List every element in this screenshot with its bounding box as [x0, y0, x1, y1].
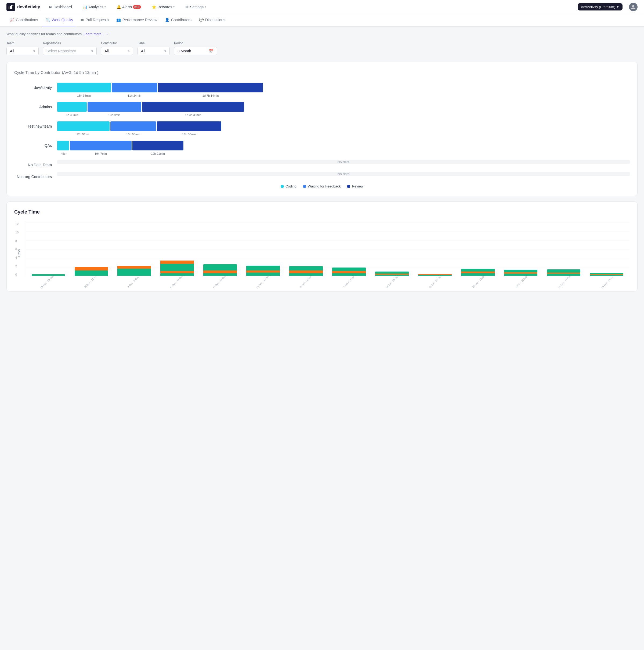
legend-review: Review	[347, 184, 363, 188]
contributor-name-nodatateam: No Data Team	[14, 160, 57, 167]
logo-icon	[6, 3, 15, 11]
org-selector[interactable]: devActivity (Premium) ▾	[578, 3, 622, 10]
nav-analytics[interactable]: 📊 Analytics ▾	[80, 4, 108, 10]
team-filter: Team All ⇅	[6, 41, 39, 55]
nav-settings[interactable]: ⚙ Settings ▾	[183, 4, 208, 10]
svg-point-3	[632, 5, 634, 7]
label-feedback-testnewteam: 10h 53min	[110, 133, 156, 136]
bar-review-admins	[142, 102, 244, 112]
bar-base-7	[289, 273, 323, 276]
nav-dashboard[interactable]: 🖥 Dashboard	[46, 4, 74, 10]
legend-coding-dot	[281, 185, 284, 188]
y-tick-12: 12	[15, 222, 19, 226]
bar-labels-devactivity: 15h 35min 11h 24min 1d 7h 14min	[57, 94, 630, 97]
star-icon: ⭐	[152, 5, 156, 9]
label-feedback-devactivity: 11h 24min	[112, 94, 157, 97]
contributor-value: All	[104, 49, 109, 53]
learn-more-link[interactable]: Learn more... →	[83, 32, 109, 36]
discussions-icon: 💬	[199, 18, 204, 22]
team-filter-label: Team	[6, 41, 39, 45]
cycle-time-contributor-title: Cycle Time by Contributor (AVG: 1d 5h 13…	[14, 70, 630, 75]
label-feedback-admins: 13h 9min	[87, 113, 141, 116]
logo[interactable]: devActivity	[6, 3, 40, 11]
contributor-select[interactable]: All ⇅	[101, 47, 133, 55]
tab-performance-review[interactable]: 👥 Performance Review	[113, 14, 160, 26]
tab-contributions[interactable]: 📈 Contributions	[6, 14, 41, 26]
settings-icon: ⚙	[185, 5, 189, 9]
tab-contributors[interactable]: 👤 Contributors	[162, 14, 195, 26]
bar-teal-1	[32, 274, 65, 276]
legend-waiting-label: Waiting for Feedback	[308, 184, 341, 188]
top-nav: devActivity 🖥 Dashboard 📊 Analytics ▾ 🔔 …	[0, 0, 644, 14]
legend-review-label: Review	[352, 184, 363, 188]
tab-work-quality[interactable]: 📉 Work Quality	[42, 14, 76, 26]
repositories-filter: Repositories Select Repository ⇅	[43, 41, 97, 55]
bar-coding-admins	[57, 102, 87, 112]
label-coding-testnewteam: 12h 51min	[57, 133, 110, 136]
bar-base-11	[461, 273, 495, 276]
org-name: devActivity (Premium)	[581, 5, 615, 9]
calendar-icon: 📅	[209, 49, 214, 53]
label-coding-devactivity: 15h 35min	[57, 94, 111, 97]
bar-chart-container: Days 12 10 8 6 4 2 0	[14, 222, 630, 284]
bar-labels-testnewteam: 12h 51min 10h 53min 16h 30min	[57, 133, 630, 136]
nav-rewards[interactable]: ⭐ Rewards ▾	[150, 4, 177, 10]
label-review-testnewteam: 16h 30min	[157, 133, 221, 136]
svg-rect-2	[11, 5, 12, 9]
contributor-name-admins: Admins	[14, 102, 57, 109]
bar-labels-qas: 45s 19h 7min 10h 21min	[57, 152, 630, 155]
nav-dashboard-label: Dashboard	[53, 5, 72, 9]
legend-coding: Coding	[281, 184, 296, 188]
bars-admins: 6h 38min 13h 9min 1d 3h 35min	[57, 102, 630, 116]
contributor-row-nonorg: Non-org Contributors No data	[14, 172, 630, 179]
chevron-down-icon-6: ⇅	[91, 50, 93, 52]
bars-nodatateam: No data	[57, 160, 630, 164]
stacked-10	[418, 274, 452, 276]
period-select[interactable]: 3 Month 📅	[174, 47, 217, 55]
nav-settings-label: Settings	[190, 5, 204, 9]
performance-review-icon: 👥	[116, 18, 121, 22]
sub-nav: 📈 Contributions 📉 Work Quality ⇄ Pull Re…	[0, 14, 644, 27]
label-value: All	[141, 49, 145, 53]
bars-row-admins	[57, 102, 630, 112]
label-review-qas: 10h 21min	[132, 152, 183, 155]
bar-base-8	[332, 273, 366, 276]
chevron-down-icon: ▾	[104, 5, 106, 8]
bars-row-qas	[57, 141, 630, 150]
period-filter-label: Period	[174, 41, 217, 45]
legend-review-dot	[347, 185, 350, 188]
bar-base-4	[160, 273, 194, 276]
chevron-down-icon-4: ▾	[617, 5, 619, 9]
bar-base-9	[375, 275, 409, 276]
team-select[interactable]: All ⇅	[6, 47, 39, 55]
repositories-select[interactable]: Select Repository ⇅	[43, 47, 97, 55]
breadcrumb-text: Work quality analytics for teams and con…	[6, 32, 638, 36]
nav-alerts[interactable]: 🔔 Alerts 813	[114, 4, 143, 10]
bar-labels-admins: 6h 38min 13h 9min 1d 3h 35min	[57, 113, 630, 116]
tab-work-quality-label: Work Quality	[52, 18, 73, 22]
app-name: devActivity	[17, 5, 40, 9]
label-filter-label: Label	[138, 41, 170, 45]
monitor-icon: 🖥	[48, 5, 52, 9]
bars-row-devactivity	[57, 83, 630, 93]
tab-discussions[interactable]: 💬 Discussions	[196, 14, 228, 26]
bell-icon: 🔔	[116, 5, 121, 9]
avatar[interactable]	[629, 3, 638, 11]
legend-waiting-dot	[303, 185, 306, 188]
nav-alerts-label: Alerts	[122, 5, 132, 9]
label-select[interactable]: All ⇅	[138, 47, 170, 55]
chevron-down-icon-7: ⇅	[128, 50, 130, 52]
tab-pull-requests[interactable]: ⇄ Pull Requests	[77, 14, 112, 26]
y-tick-10: 10	[15, 231, 19, 234]
period-filter: Period 3 Month 📅	[174, 41, 217, 55]
contributor-filter-label: Contributor	[101, 41, 133, 45]
contributors-icon: 👤	[165, 18, 170, 22]
contributor-name-testnewteam: Test new team	[14, 121, 57, 129]
bar-chart-icon: 📊	[83, 5, 87, 9]
tab-discussions-label: Discussions	[205, 18, 225, 22]
y-tick-2: 2	[15, 264, 19, 268]
bar-review-testnewteam	[157, 121, 221, 131]
filters-bar: Team All ⇅ Repositories Select Repositor…	[6, 41, 638, 55]
bar-feedback-testnewteam	[110, 121, 156, 131]
bar-feedback-admins	[87, 102, 141, 112]
